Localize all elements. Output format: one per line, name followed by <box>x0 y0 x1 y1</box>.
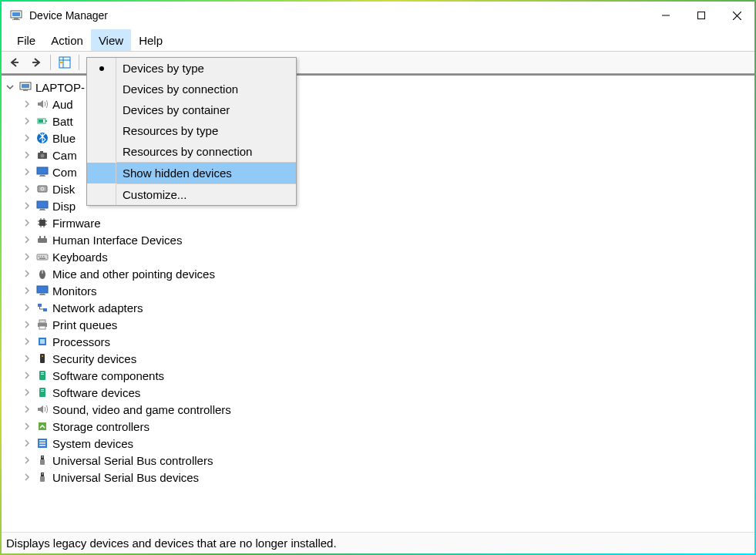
menu-item-label: Devices by connection <box>116 82 238 96</box>
maximize-button[interactable] <box>684 2 719 29</box>
tree-node[interactable]: Security devices <box>6 350 750 367</box>
svg-point-63 <box>42 355 43 357</box>
tree-node[interactable]: Storage controllers <box>6 418 750 435</box>
tree-node-label: Monitors <box>52 284 97 298</box>
monitor-icon <box>35 284 49 298</box>
bluetooth-icon <box>35 131 49 145</box>
expand-icon[interactable] <box>23 185 32 193</box>
tree-node[interactable]: Firmware <box>6 214 750 231</box>
expand-icon[interactable] <box>23 287 32 294</box>
expand-icon[interactable] <box>23 456 32 464</box>
tree-node[interactable]: Universal Serial Bus devices <box>6 469 750 486</box>
back-button[interactable] <box>5 53 25 72</box>
expand-icon[interactable] <box>23 439 32 447</box>
menu-view[interactable]: View <box>91 29 131 51</box>
tree-node-label: Keyboards <box>52 251 108 264</box>
view-dropdown: Devices by type Devices by connection De… <box>86 57 297 206</box>
expand-icon[interactable] <box>23 100 32 108</box>
tree-node[interactable]: Sound, video and game controllers <box>6 401 750 418</box>
svg-rect-1 <box>12 12 20 16</box>
tree-node-label: Mice and other pointing devices <box>52 267 215 281</box>
expand-icon[interactable] <box>23 355 32 362</box>
expand-icon[interactable] <box>23 134 32 142</box>
svg-rect-43 <box>39 236 41 238</box>
svg-rect-74 <box>39 445 45 446</box>
tree-node[interactable]: Human Interface Devices <box>6 231 750 248</box>
svg-rect-66 <box>41 374 44 375</box>
tree-node[interactable]: Monitors <box>6 282 750 299</box>
collapse-icon[interactable] <box>6 83 15 91</box>
expand-icon[interactable] <box>23 388 32 396</box>
tree-node-label: System devices <box>52 437 133 450</box>
keyboard-icon <box>35 250 49 264</box>
svg-point-22 <box>41 154 45 158</box>
menubar: File Action View Help <box>2 29 754 51</box>
tree-node[interactable]: Software devices <box>6 384 750 401</box>
expand-icon[interactable] <box>23 202 32 210</box>
menu-resources-by-connection[interactable]: Resources by connection <box>87 141 296 162</box>
menu-item-label: Resources by type <box>116 124 218 137</box>
svg-rect-30 <box>37 201 48 208</box>
expand-icon[interactable] <box>23 236 32 244</box>
tree-node[interactable]: Software components <box>6 367 750 384</box>
tree-node-label: Blue <box>52 132 76 145</box>
minimize-button[interactable] <box>648 2 684 29</box>
menu-help[interactable]: Help <box>131 29 170 51</box>
svg-rect-13 <box>60 62 62 63</box>
svg-rect-77 <box>42 456 42 458</box>
bullet-icon <box>99 66 104 71</box>
expand-icon[interactable] <box>23 168 32 176</box>
svg-rect-26 <box>39 176 45 177</box>
svg-rect-18 <box>45 120 47 122</box>
forward-button[interactable] <box>26 53 46 72</box>
svg-rect-25 <box>40 175 45 176</box>
tree-node[interactable]: Mice and other pointing devices <box>6 265 750 282</box>
menu-action[interactable]: Action <box>43 29 91 51</box>
tree-node[interactable]: Universal Serial Bus controllers <box>6 452 750 469</box>
svg-rect-68 <box>41 389 44 390</box>
svg-rect-82 <box>43 473 44 475</box>
expand-icon[interactable] <box>23 372 32 379</box>
tree-node[interactable]: Network adapters <box>6 299 750 316</box>
menu-devices-by-connection[interactable]: Devices by connection <box>87 79 296 99</box>
tree-node[interactable]: System devices <box>6 435 750 452</box>
expand-icon[interactable] <box>23 473 32 481</box>
expand-icon[interactable] <box>23 422 32 430</box>
monitor-icon <box>35 165 49 179</box>
svg-rect-42 <box>38 238 47 243</box>
speaker-icon <box>35 97 49 111</box>
menu-resources-by-type[interactable]: Resources by type <box>87 120 296 141</box>
expand-icon[interactable] <box>23 253 32 261</box>
svg-rect-79 <box>41 473 44 476</box>
tree-node-label: Disp <box>52 200 76 213</box>
tree-node[interactable]: Processors <box>6 333 750 350</box>
menu-show-hidden-devices[interactable]: Show hidden devices <box>87 163 296 183</box>
system-icon <box>35 436 49 450</box>
tree-node[interactable]: Print queues <box>6 316 750 333</box>
menu-item-label: Show hidden devices <box>116 166 232 180</box>
svg-rect-33 <box>39 220 45 226</box>
expand-icon[interactable] <box>23 151 32 159</box>
menu-customize[interactable]: Customize... <box>87 184 296 205</box>
svg-rect-75 <box>41 456 44 459</box>
usb-icon <box>35 470 49 484</box>
expand-icon[interactable] <box>23 270 32 278</box>
tree-node[interactable]: Keyboards <box>6 248 750 265</box>
expand-icon[interactable] <box>23 304 32 311</box>
svg-rect-72 <box>39 440 45 442</box>
svg-rect-32 <box>39 210 45 210</box>
menu-devices-by-container[interactable]: Devices by container <box>87 99 296 120</box>
expand-icon[interactable] <box>23 219 32 227</box>
expand-icon[interactable] <box>23 321 32 328</box>
expand-icon[interactable] <box>23 338 32 345</box>
svg-rect-80 <box>40 476 45 482</box>
expand-icon[interactable] <box>23 405 32 413</box>
menu-file[interactable]: File <box>9 29 43 51</box>
svg-rect-53 <box>40 294 45 294</box>
close-button[interactable] <box>719 2 754 29</box>
show-hide-tree-button[interactable] <box>55 53 75 72</box>
svg-rect-57 <box>39 320 45 323</box>
menu-devices-by-type[interactable]: Devices by type <box>87 58 296 79</box>
expand-icon[interactable] <box>23 117 32 125</box>
svg-rect-15 <box>22 84 29 88</box>
